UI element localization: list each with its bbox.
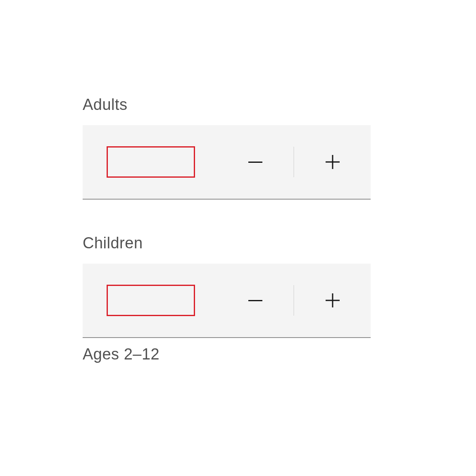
adults-decrement-button[interactable]	[217, 125, 293, 199]
children-helper-text: Ages 2–12	[83, 345, 371, 363]
children-decrement-button[interactable]	[217, 264, 293, 337]
plus-icon	[326, 155, 340, 169]
children-stepper-row	[83, 264, 371, 338]
plus-icon	[326, 293, 340, 307]
quantity-steppers-container: Adults Children	[83, 96, 371, 363]
children-stepper-group: Children Ages 2–12	[83, 234, 371, 363]
adults-value-input[interactable]	[107, 146, 195, 178]
minus-icon	[248, 162, 262, 163]
adults-stepper-group: Adults	[83, 96, 371, 200]
children-label: Children	[83, 234, 371, 252]
children-controls	[217, 264, 371, 337]
adults-controls	[217, 125, 371, 199]
adults-increment-button[interactable]	[294, 125, 371, 199]
minus-icon	[248, 300, 262, 301]
adults-stepper-row	[83, 125, 371, 200]
adults-label: Adults	[83, 96, 371, 114]
children-increment-button[interactable]	[294, 264, 371, 337]
children-value-input[interactable]	[107, 285, 195, 316]
